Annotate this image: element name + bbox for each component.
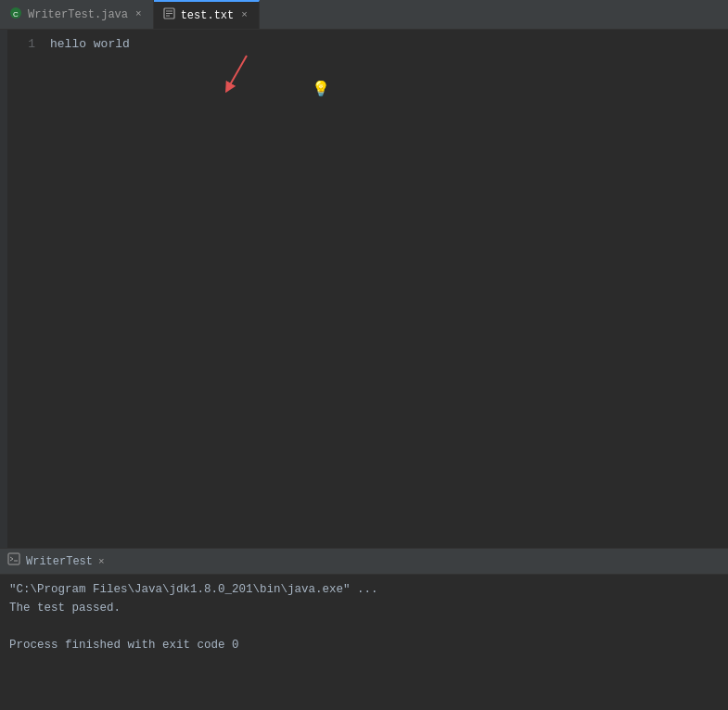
terminal-tab-close[interactable]: ×	[98, 556, 105, 567]
terminal-line-1: The test passed.	[9, 599, 719, 617]
editor-content[interactable]: hello world 💡	[43, 30, 728, 548]
tab-writertest-java[interactable]: C WriterTest.java ×	[0, 0, 154, 29]
java-icon: C	[9, 6, 22, 23]
left-gutter	[0, 30, 7, 548]
terminal-tab-label: WriterTest	[26, 555, 93, 568]
line-number-1: 1	[7, 35, 35, 54]
terminal-tab-bar: WriterTest ×	[0, 549, 728, 575]
tab-writertest-java-close[interactable]: ×	[134, 8, 144, 20]
terminal-icon	[7, 552, 20, 570]
lightbulb-icon[interactable]: 💡	[312, 80, 330, 98]
svg-rect-7	[8, 553, 19, 564]
annotation-arrow	[219, 56, 275, 106]
tab-writertest-java-label: WriterTest.java	[28, 8, 128, 21]
svg-text:C: C	[13, 10, 19, 19]
terminal-panel: WriterTest × "C:\Program Files\Java\jdk1…	[0, 548, 728, 710]
terminal-line-3: Process finished with exit code 0	[9, 636, 719, 654]
terminal-line-0: "C:\Program Files\Java\jdk1.8.0_201\bin\…	[9, 580, 719, 599]
tab-test-txt-close[interactable]: ×	[239, 9, 249, 21]
tab-test-txt[interactable]: test.txt ×	[154, 0, 260, 29]
line-numbers: 1	[7, 30, 43, 548]
code-line-1: hello world	[50, 35, 728, 54]
text-file-icon	[163, 7, 175, 23]
terminal-content[interactable]: "C:\Program Files\Java\jdk1.8.0_201\bin\…	[0, 575, 728, 710]
editor-container: 1 hello world 💡	[0, 30, 728, 548]
tab-bar: C WriterTest.java × test.txt ×	[0, 0, 728, 30]
tab-test-txt-label: test.txt	[181, 9, 235, 22]
terminal-line-2	[9, 617, 719, 636]
terminal-tab-writertest[interactable]: WriterTest ×	[26, 555, 105, 568]
